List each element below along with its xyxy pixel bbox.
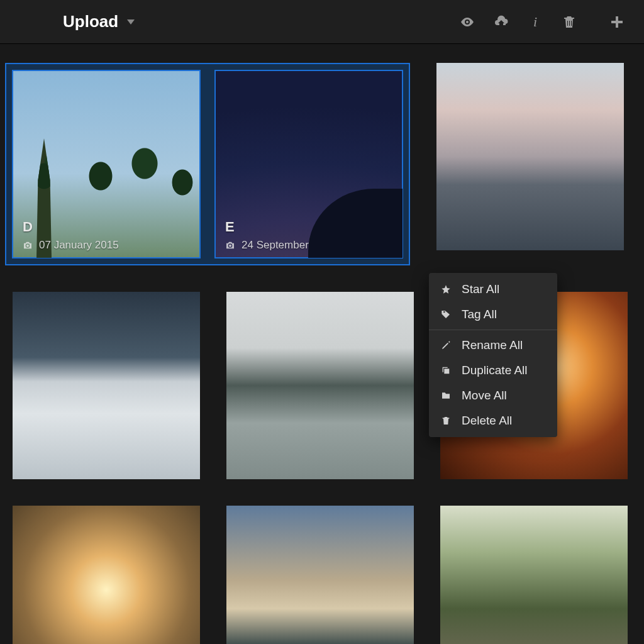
tile-dateline: 24 September 2012 <box>225 239 392 252</box>
ctx-tag-all[interactable]: Tag All <box>429 302 557 327</box>
trash-icon[interactable] <box>561 14 577 30</box>
ctx-label: Duplicate All <box>462 364 528 377</box>
ctx-label: Star All <box>462 282 499 296</box>
ctx-move-all[interactable]: Move All <box>429 383 557 408</box>
folder-icon <box>440 390 452 401</box>
camera-icon <box>23 241 33 250</box>
trash-icon <box>440 415 452 426</box>
svg-text:i: i <box>533 14 537 30</box>
photo-tile[interactable] <box>13 506 200 644</box>
ctx-label: Rename All <box>462 338 523 352</box>
tile-letter: E <box>225 219 392 235</box>
ctx-separator <box>429 330 557 330</box>
info-icon[interactable]: i <box>527 14 543 30</box>
ctx-star-all[interactable]: Star All <box>429 277 557 302</box>
photo-tile[interactable] <box>13 292 200 479</box>
star-icon <box>440 284 452 295</box>
photo-tile[interactable]: D 07 January 2015 <box>13 70 200 258</box>
upload-label: Upload <box>63 12 118 31</box>
gallery-row: D 07 January 2015 E 24 September 2012 <box>13 63 631 265</box>
pencil-icon <box>440 340 452 351</box>
context-menu: Star All Tag All Rename All Duplicate Al… <box>429 273 557 437</box>
photo-tile[interactable] <box>440 506 628 644</box>
ctx-label: Tag All <box>462 308 497 321</box>
ctx-delete-all[interactable]: Delete All <box>429 408 557 433</box>
ctx-label: Move All <box>462 389 507 402</box>
ctx-rename-all[interactable]: Rename All <box>429 333 557 358</box>
cloud-up-icon[interactable] <box>493 14 509 30</box>
photo-tile[interactable]: E 24 September 2012 <box>215 70 402 258</box>
plus-icon[interactable] <box>609 14 625 30</box>
toolbar-icons: i <box>459 14 625 30</box>
photo-tile[interactable] <box>226 292 414 479</box>
camera-icon <box>225 241 235 250</box>
duplicate-icon <box>440 365 452 376</box>
photo-tile[interactable] <box>436 63 624 250</box>
eye-icon[interactable] <box>459 14 475 30</box>
ctx-duplicate-all[interactable]: Duplicate All <box>429 358 557 383</box>
ctx-label: Delete All <box>462 414 512 428</box>
selection-group: D 07 January 2015 E 24 September 2012 <box>5 63 410 265</box>
tile-date: 24 September 2012 <box>242 239 335 252</box>
gallery-row <box>13 506 631 644</box>
upload-button[interactable]: Upload <box>63 12 135 31</box>
chevron-down-icon <box>127 19 135 25</box>
tile-date: 07 January 2015 <box>39 239 119 252</box>
tag-icon <box>440 309 452 320</box>
tile-overlay: D 07 January 2015 <box>13 210 200 258</box>
tile-letter: D <box>23 219 190 235</box>
tile-dateline: 07 January 2015 <box>23 239 190 252</box>
photo-tile[interactable] <box>226 506 414 644</box>
tile-overlay: E 24 September 2012 <box>215 210 402 258</box>
toolbar: Upload i <box>0 0 644 44</box>
